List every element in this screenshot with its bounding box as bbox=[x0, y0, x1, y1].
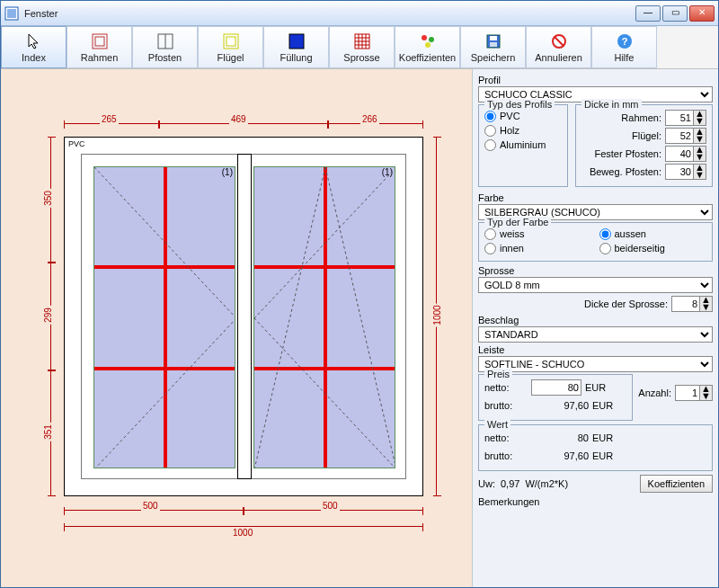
toolbar-index[interactable]: Index bbox=[1, 26, 67, 68]
toolbar-fluegel[interactable]: Flügel bbox=[198, 26, 263, 68]
save-icon bbox=[484, 32, 502, 50]
toolbar-sprosse[interactable]: Sprosse bbox=[329, 26, 395, 68]
properties-panel: Profil SCHUCO CLASSIC Typ des Profils PV… bbox=[472, 69, 718, 587]
dicke-beweg-pfosten-input[interactable] bbox=[665, 164, 694, 180]
spinner[interactable]: ▲▼ bbox=[694, 146, 706, 162]
close-button[interactable]: ✕ bbox=[689, 5, 715, 22]
spinner[interactable]: ▲▼ bbox=[694, 128, 706, 144]
leiste-select[interactable]: SOFTLINE - SCHUCO bbox=[478, 356, 713, 372]
koeffizienten-button[interactable]: Koeffizienten bbox=[640, 475, 713, 493]
toolbar-annulieren[interactable]: Annulieren bbox=[526, 26, 591, 68]
cancel-icon bbox=[550, 32, 568, 50]
svg-rect-1 bbox=[7, 9, 16, 18]
svg-point-18 bbox=[425, 42, 431, 48]
svg-line-23 bbox=[555, 37, 564, 46]
dicke-fester-pfosten-input[interactable] bbox=[665, 146, 694, 162]
dicke-fluegel-input[interactable] bbox=[665, 128, 694, 144]
toolbar-koeffizienten[interactable]: Koeffizienten bbox=[395, 26, 460, 68]
minimize-button[interactable]: — bbox=[635, 5, 661, 22]
material-tag: PVC bbox=[68, 139, 85, 148]
svg-rect-8 bbox=[289, 34, 304, 49]
spinner[interactable]: ▲▼ bbox=[700, 385, 713, 401]
window-title: Fenster bbox=[24, 8, 635, 19]
coefficient-icon bbox=[419, 32, 437, 50]
dicke-rahmen-input[interactable] bbox=[665, 110, 694, 126]
cursor-icon bbox=[25, 32, 43, 50]
toolbar-hilfe[interactable]: ? Hilfe bbox=[591, 26, 657, 68]
radio-beiderseitig[interactable] bbox=[599, 243, 611, 254]
svg-line-30 bbox=[254, 167, 325, 468]
toolbar-fuellung[interactable]: Füllung bbox=[263, 26, 329, 68]
toolbar-pfosten[interactable]: Pfosten bbox=[132, 26, 198, 68]
fill-icon bbox=[288, 32, 306, 50]
radio-aluminium[interactable] bbox=[484, 139, 496, 151]
svg-rect-21 bbox=[490, 42, 497, 47]
svg-rect-2 bbox=[93, 34, 107, 49]
svg-point-16 bbox=[422, 35, 427, 40]
radio-holz[interactable] bbox=[484, 125, 496, 137]
spinner[interactable]: ▲▼ bbox=[700, 296, 713, 312]
spinner[interactable]: ▲▼ bbox=[694, 164, 706, 180]
drawing-canvas[interactable]: PVC (1) (1) bbox=[1, 69, 472, 587]
svg-rect-7 bbox=[226, 37, 235, 46]
sprosse-select[interactable]: GOLD 8 mm bbox=[478, 277, 713, 293]
titlebar: Fenster — ▭ ✕ bbox=[1, 1, 718, 26]
svg-rect-20 bbox=[490, 36, 497, 40]
help-icon: ? bbox=[616, 32, 634, 50]
maximize-button[interactable]: ▭ bbox=[662, 5, 688, 22]
sash-icon bbox=[222, 32, 240, 50]
svg-text:?: ? bbox=[621, 36, 627, 47]
app-icon bbox=[4, 6, 19, 21]
radio-aussen[interactable] bbox=[599, 228, 611, 240]
sprosse-dicke-input[interactable] bbox=[671, 296, 700, 312]
toolbar: Index Rahmen Pfosten Flügel Füllung Spro… bbox=[1, 26, 718, 69]
svg-rect-3 bbox=[95, 37, 104, 46]
app-window: Fenster — ▭ ✕ Index Rahmen Pfosten Flüge… bbox=[0, 0, 719, 588]
toolbar-speichern[interactable]: Speichern bbox=[460, 26, 526, 68]
svg-point-17 bbox=[429, 37, 434, 42]
radio-pvc[interactable] bbox=[484, 111, 496, 122]
frame-icon bbox=[91, 32, 109, 50]
mullion-icon bbox=[156, 32, 174, 50]
svg-line-31 bbox=[325, 167, 395, 468]
preis-netto-input[interactable] bbox=[531, 379, 581, 396]
beschlag-select[interactable]: STANDARD bbox=[478, 326, 713, 343]
radio-innen[interactable] bbox=[484, 243, 496, 254]
spinner[interactable]: ▲▼ bbox=[694, 110, 706, 126]
grid-icon bbox=[353, 32, 371, 50]
toolbar-rahmen[interactable]: Rahmen bbox=[67, 26, 132, 68]
radio-weiss[interactable] bbox=[484, 228, 496, 240]
anzahl-input[interactable] bbox=[675, 385, 700, 401]
